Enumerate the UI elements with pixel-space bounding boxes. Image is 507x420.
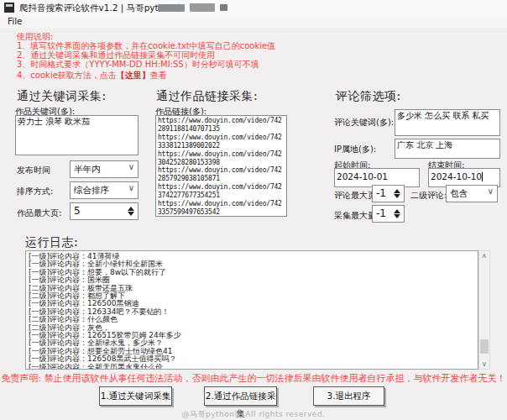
disclaimer-text: 免责声明: 禁止使用该软件从事任何违法活动，否则由此产生的一切法律后果由软件使用… xyxy=(0,372,507,385)
sort-select[interactable]: 综合排序 ∨ xyxy=(70,181,139,199)
publish-time-label: 发布时间 xyxy=(17,165,50,176)
keyword-input[interactable]: 劳力士 浪琴 欧米茄 xyxy=(15,115,139,155)
instruction-line: 3、时间格式要求（YYYY-MM-DD HH:MI:SS）时分秒可填可不填 xyxy=(17,60,275,69)
copyright-footer: @马哥python说 All rights reserved. xyxy=(0,409,507,420)
spinner-up-icon[interactable] xyxy=(128,207,134,211)
max-collect-stepper[interactable]: -1 xyxy=(372,205,405,223)
title-bar: 爬抖音搜索评论软件v1.2 | 马哥python说 xyxy=(0,0,507,15)
max-pages-label: 作品最大页: xyxy=(17,207,61,219)
log-line: [一级]评论内容：全新无历黑水鬼什么价 xyxy=(29,364,478,370)
log-section-title: 运行日志: xyxy=(25,235,78,250)
spinner-down-icon[interactable] xyxy=(394,214,400,218)
text-caret xyxy=(482,172,483,181)
instruction-line4-prefix: 4、cookie获取方法，点击 xyxy=(17,71,117,80)
chevron-down-icon: ∨ xyxy=(128,162,134,171)
menu-bar: File xyxy=(0,15,507,28)
instructions-heading: 使用说明: xyxy=(17,32,275,41)
scroll-down-icon[interactable]: ∨ xyxy=(479,360,489,368)
secondary-comment-value: 包含 xyxy=(450,188,468,200)
secondary-comment-select[interactable]: 包含 ∨ xyxy=(446,185,498,202)
spinner-up-icon[interactable] xyxy=(394,209,400,213)
links-input[interactable]: https://www.douyin.com/video/74228911881… xyxy=(155,115,287,217)
publish-time-value: 半年内 xyxy=(74,164,101,176)
instruction-line: 4、cookie获取方法，点击【这里】查看 xyxy=(17,71,275,80)
spinner-down-icon[interactable] xyxy=(128,212,134,216)
max-comment-pages-stepper[interactable]: -1 xyxy=(372,185,405,202)
usage-instructions: 使用说明: 1、填写软件界面的各项参数，并在cookie.txt中填写自己的co… xyxy=(17,32,275,80)
scroll-up-icon[interactable]: ∧ xyxy=(479,252,489,260)
exit-button[interactable]: 3.退出程序 xyxy=(313,386,384,406)
redacted-block xyxy=(158,4,185,12)
spinner-down-icon[interactable] xyxy=(394,194,400,198)
end-time-value: 2024-10-10 xyxy=(431,171,482,181)
instruction-line: 2、通过关键词采集和通过作品链接采集不可同时使用 xyxy=(17,50,275,60)
max-pages-stepper[interactable]: 5 xyxy=(70,202,139,220)
log-scrollbar[interactable]: ∧ ∨ xyxy=(478,250,490,370)
redacted-block xyxy=(220,4,227,11)
app-icon xyxy=(4,3,14,13)
publish-time-select[interactable]: 半年内 ∨ xyxy=(70,160,139,178)
ip-label: IP属地(多): xyxy=(334,144,376,155)
run-log[interactable]: [一级]评论内容：41薄荷绿[一级]评论内容：全新小绿针和全新国米[一级]评论内… xyxy=(25,250,478,370)
sort-value: 综合排序 xyxy=(74,185,109,197)
app-window: 爬抖音搜索评论软件v1.2 | 马哥python说 File 使用说明: 1、填… xyxy=(0,0,507,420)
instruction-line: 1、填写软件界面的各项参数，并在cookie.txt中填写自己的cookie值 xyxy=(17,41,275,50)
max-pages-value: 5 xyxy=(74,205,81,217)
spinner-up-icon[interactable] xyxy=(394,189,400,193)
chevron-down-icon: ∨ xyxy=(488,186,494,196)
cookie-help-link[interactable]: 【这里】 xyxy=(117,71,150,80)
comment-keywords-label: 评论关键词(多): xyxy=(334,117,394,129)
secondary-comment-label: 二级评论: xyxy=(410,190,447,202)
keyword-section-title: 通过关键词采集: xyxy=(17,89,107,104)
sort-label: 排序方式: xyxy=(17,186,53,197)
collect-by-link-button[interactable]: 2.通过作品链接采集 xyxy=(204,386,277,406)
comment-keywords-input[interactable]: 多少米 怎么买 联系 私买 xyxy=(395,109,500,136)
link-section-title: 通过作品链接采集: xyxy=(156,89,258,104)
filter-section-title: 评论筛选项: xyxy=(336,89,401,104)
scrollbar-thumb[interactable] xyxy=(480,339,489,354)
redacted-block xyxy=(190,3,215,12)
ip-input[interactable]: 广东 北京 上海 xyxy=(395,139,500,159)
instruction-line4-suffix: 查看 xyxy=(150,71,167,80)
max-collect-value: -1 xyxy=(376,207,386,219)
menu-item-file[interactable]: File xyxy=(5,16,25,26)
max-comment-pages-value: -1 xyxy=(376,187,386,199)
chevron-down-icon: ∨ xyxy=(128,183,134,192)
collect-by-keyword-button[interactable]: 1.通过关键词采集 xyxy=(99,386,172,406)
